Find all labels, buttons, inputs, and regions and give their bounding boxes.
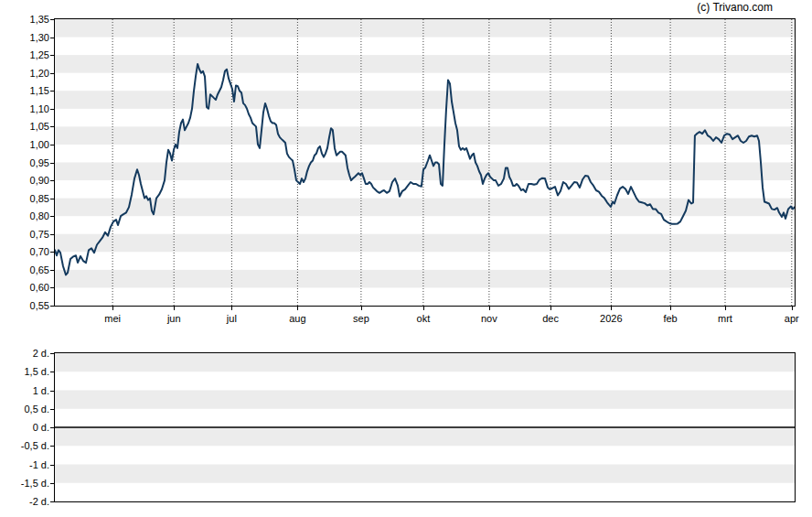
x-axis-tick xyxy=(297,307,298,310)
y-axis-tick xyxy=(50,501,55,502)
y-axis-tick xyxy=(50,409,55,410)
y-axis-label: 2 d. xyxy=(0,347,49,360)
dividend-svg xyxy=(55,353,795,501)
y-axis-tick xyxy=(50,19,55,20)
x-axis-tick xyxy=(725,307,726,310)
y-axis-label: 1,25 xyxy=(0,48,49,61)
y-axis-tick xyxy=(50,180,55,181)
x-axis-tick xyxy=(112,307,113,310)
y-axis-tick xyxy=(50,163,55,164)
y-axis-label: -2 d. xyxy=(0,495,49,508)
background-band xyxy=(55,126,795,145)
y-axis-label: 0,60 xyxy=(0,281,49,294)
y-axis-label: 1,00 xyxy=(0,138,49,151)
x-axis-tick xyxy=(550,307,551,310)
y-axis-tick xyxy=(50,199,55,199)
y-axis-label: 0,95 xyxy=(0,156,49,169)
background-band xyxy=(55,353,795,372)
y-axis-label: 0,55 xyxy=(0,299,49,312)
x-axis-label: jun xyxy=(146,313,201,324)
x-axis-label: dec xyxy=(523,313,578,324)
y-axis-label: 1,20 xyxy=(0,67,49,80)
y-axis-label: 0,90 xyxy=(0,174,49,187)
y-axis-tick xyxy=(50,252,55,253)
x-axis-tick xyxy=(231,307,232,310)
y-axis-tick xyxy=(50,73,55,74)
background-band xyxy=(55,55,795,73)
x-axis-tick xyxy=(423,307,424,310)
background-band xyxy=(55,19,795,38)
y-axis-tick xyxy=(50,306,55,307)
y-axis-label: 0,70 xyxy=(0,245,49,258)
y-axis-tick xyxy=(50,391,55,392)
x-axis-tick xyxy=(174,307,175,310)
koers-svg xyxy=(55,19,795,306)
x-axis-tick xyxy=(489,307,490,310)
y-axis-tick xyxy=(50,465,55,466)
x-axis-label: jul xyxy=(204,313,259,324)
y-axis-tick xyxy=(50,109,55,110)
y-axis-label: 1,05 xyxy=(0,120,49,133)
y-axis-tick xyxy=(50,145,55,145)
x-axis-label: feb xyxy=(643,313,698,324)
y-axis-label: 1,35 xyxy=(0,13,49,26)
background-band xyxy=(55,91,795,109)
background-band xyxy=(55,465,795,483)
y-axis-label: -1 d. xyxy=(0,458,49,471)
y-axis-label: 1,10 xyxy=(0,102,49,115)
x-axis-tick xyxy=(611,307,612,310)
y-axis-label: 0,85 xyxy=(0,192,49,205)
x-axis-tick xyxy=(361,307,362,310)
y-axis-label: 0,80 xyxy=(0,210,49,222)
y-axis-label: 1,30 xyxy=(0,31,49,44)
background-band xyxy=(55,391,795,409)
y-axis-tick xyxy=(50,483,55,484)
y-axis-label: -0,5 d. xyxy=(0,439,49,452)
y-axis-tick xyxy=(50,91,55,92)
y-axis-tick xyxy=(50,38,55,38)
y-axis-tick xyxy=(50,446,55,447)
y-axis-label: 0,75 xyxy=(0,228,49,241)
y-axis-tick xyxy=(50,270,55,271)
background-band xyxy=(55,270,795,288)
dividend-chart-plot xyxy=(54,352,796,502)
y-axis-tick xyxy=(50,216,55,217)
x-axis-label: okt xyxy=(396,313,451,324)
y-axis-tick xyxy=(50,353,55,354)
x-axis-label: aug xyxy=(270,313,325,324)
background-band xyxy=(55,427,795,446)
y-axis-tick xyxy=(50,372,55,372)
copyright-label: (c) Trivano.com xyxy=(697,1,773,14)
x-axis-label: sep xyxy=(334,313,389,324)
price-chart-plot xyxy=(54,18,796,307)
y-axis-tick xyxy=(50,234,55,235)
x-axis-tick xyxy=(792,307,793,310)
page: (c) Trivano.com 1,351,301,251,201,151,10… xyxy=(0,0,812,517)
y-axis-tick xyxy=(50,427,55,428)
x-axis-label: apr xyxy=(764,313,812,324)
x-axis-label: mrt xyxy=(698,313,753,324)
y-axis-label: 1,5 d. xyxy=(0,365,49,378)
y-axis-label: 1 d. xyxy=(0,384,49,397)
y-axis-label: 1,15 xyxy=(0,84,49,97)
x-axis-label: nov xyxy=(462,313,517,324)
x-axis-label: 2026 xyxy=(583,313,638,324)
x-axis-label: mei xyxy=(85,313,140,324)
background-band xyxy=(55,234,795,253)
y-axis-tick xyxy=(50,55,55,56)
y-axis-label: -1,5 d. xyxy=(0,477,49,490)
y-axis-label: 0,65 xyxy=(0,264,49,276)
y-axis-tick xyxy=(50,126,55,127)
y-axis-tick xyxy=(50,287,55,288)
x-axis-tick xyxy=(670,307,671,310)
y-axis-label: 0,5 d. xyxy=(0,403,49,415)
y-axis-label: 0 d. xyxy=(0,421,49,434)
